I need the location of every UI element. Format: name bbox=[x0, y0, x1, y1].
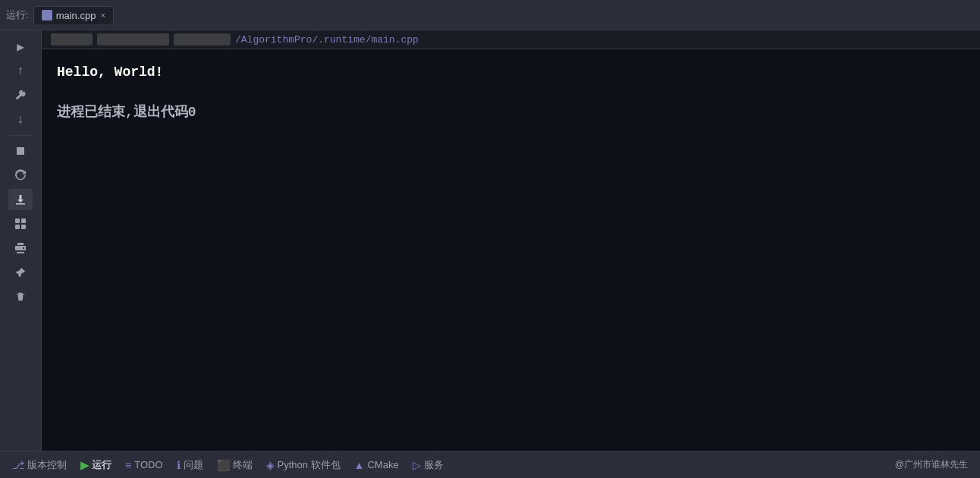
terminal-area: /AlgorithmPro/.runtime/main.cpp Hello, W… bbox=[42, 30, 980, 451]
download-button[interactable] bbox=[8, 189, 33, 210]
output-hello: Hello, World! bbox=[57, 61, 965, 83]
sidebar: ▶ ↑ ↓ ⏹ bbox=[0, 30, 42, 451]
tab-close-button[interactable]: × bbox=[100, 11, 105, 20]
print-icon bbox=[14, 242, 27, 254]
print-button[interactable] bbox=[8, 237, 33, 259]
services-icon: ▷ bbox=[413, 459, 421, 471]
todo-label: TODO bbox=[134, 459, 162, 470]
trash-icon bbox=[15, 291, 26, 302]
status-problems[interactable]: ℹ 问题 bbox=[171, 455, 209, 475]
status-todo[interactable]: ≡ TODO bbox=[119, 456, 169, 474]
svg-rect-4 bbox=[23, 247, 24, 249]
scroll-up-button[interactable]: ↑ bbox=[8, 61, 33, 82]
todo-icon: ≡ bbox=[125, 459, 131, 471]
output-empty bbox=[57, 83, 965, 102]
python-label: Python 软件包 bbox=[278, 458, 341, 472]
python-icon: ◈ bbox=[266, 459, 275, 471]
status-version-control[interactable]: ⎇ 版本控制 bbox=[6, 455, 73, 475]
status-cmake[interactable]: ▲ CMake bbox=[348, 456, 405, 474]
svg-rect-0 bbox=[15, 219, 20, 223]
status-terminal[interactable]: ⬛ 终端 bbox=[211, 455, 259, 475]
run-icon: ▶ bbox=[80, 459, 89, 471]
status-bar: ⎇ 版本控制 ▶ 运行 ≡ TODO ℹ 问题 ⬛ 终端 ◈ Python 软件… bbox=[0, 451, 980, 478]
status-run[interactable]: ▶ 运行 bbox=[74, 455, 118, 475]
version-control-label: 版本控制 bbox=[27, 458, 67, 472]
svg-rect-3 bbox=[21, 225, 26, 229]
info-icon: ℹ bbox=[177, 459, 181, 471]
divider-1 bbox=[9, 135, 32, 136]
delete-button[interactable] bbox=[8, 286, 33, 307]
scroll-down-button[interactable]: ↓ bbox=[8, 109, 33, 131]
layout-button[interactable] bbox=[8, 213, 33, 234]
run-label: 运行: bbox=[6, 8, 29, 22]
status-python[interactable]: ◈ Python 软件包 bbox=[260, 455, 347, 475]
path-bar: /AlgorithmPro/.runtime/main.cpp bbox=[42, 30, 980, 49]
services-label: 服务 bbox=[424, 458, 444, 472]
problems-label: 问题 bbox=[184, 458, 203, 472]
run-button[interactable]: ▶ bbox=[8, 36, 33, 58]
run-label-status: 运行 bbox=[92, 458, 112, 472]
user-info: @广州市谁林先生 bbox=[889, 458, 974, 471]
cmake-label: CMake bbox=[367, 459, 398, 470]
pin-icon bbox=[15, 267, 26, 278]
terminal-output[interactable]: Hello, World! 进程已结束,退出代码0 bbox=[42, 49, 980, 451]
download-icon bbox=[14, 193, 27, 206]
main-area: ▶ ↑ ↓ ⏹ bbox=[0, 30, 980, 451]
layout-icon bbox=[14, 218, 27, 230]
reload-icon bbox=[14, 169, 27, 181]
path-blur-2 bbox=[97, 33, 169, 46]
svg-rect-1 bbox=[21, 219, 26, 223]
svg-rect-2 bbox=[15, 225, 20, 229]
tab-filename: main.cpp bbox=[56, 10, 96, 21]
reload-button[interactable] bbox=[8, 165, 33, 186]
terminal-icon: ⬛ bbox=[217, 459, 230, 471]
file-icon bbox=[42, 10, 52, 20]
output-process: 进程已结束,退出代码0 bbox=[57, 102, 965, 124]
stop-button[interactable]: ⏹ bbox=[8, 140, 33, 162]
path-text: /AlgorithmPro/.runtime/main.cpp bbox=[235, 34, 419, 46]
pin-button[interactable] bbox=[8, 262, 33, 283]
status-services[interactable]: ▷ 服务 bbox=[407, 455, 450, 475]
tab-bar: 运行: main.cpp × bbox=[0, 0, 980, 30]
wrench-icon bbox=[14, 90, 27, 102]
settings-button[interactable] bbox=[8, 85, 33, 106]
cmake-icon: ▲ bbox=[354, 459, 365, 471]
tab-main-cpp[interactable]: main.cpp × bbox=[33, 6, 114, 24]
path-blur-1 bbox=[51, 33, 93, 46]
terminal-label: 终端 bbox=[233, 458, 253, 472]
branch-icon: ⎇ bbox=[12, 459, 24, 471]
path-blur-3 bbox=[174, 33, 231, 46]
